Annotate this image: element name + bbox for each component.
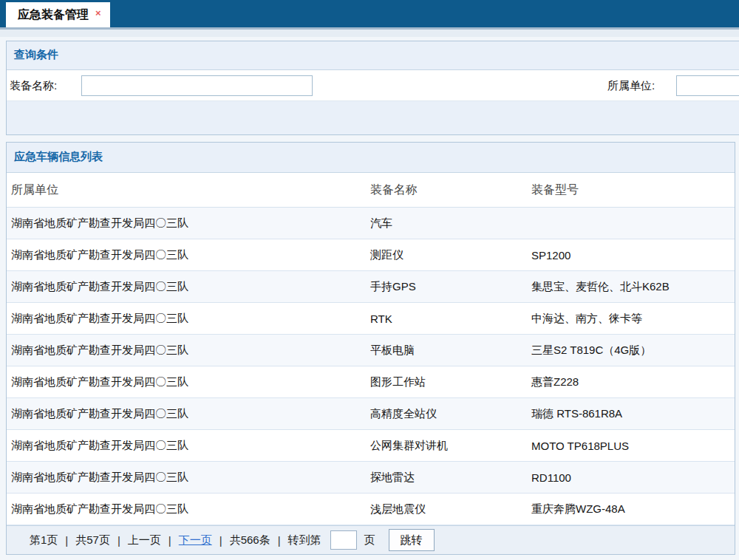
equipment-model-cell: 三星S2 T819C（4G版）	[531, 344, 735, 358]
table-row: 湖南省地质矿产勘查开发局四〇三队 高精度全站仪 瑞德 RTS-861R8A	[7, 398, 735, 430]
owner-unit-cell: 湖南省地质矿产勘查开发局四〇三队	[11, 502, 370, 516]
table-row: 湖南省地质矿产勘查开发局四〇三队 图形工作站 惠普Z228	[7, 366, 735, 398]
pagination-separator: |	[118, 534, 120, 547]
jump-button[interactable]: 跳转	[389, 529, 435, 551]
equipment-list-panel: 应急车辆信息列表 所属单位 装备名称 装备型号 湖南省地质矿产勘查开发局四〇三队…	[6, 142, 735, 555]
query-panel-title: 查询条件	[14, 48, 58, 62]
equipment-name-cell: RTK	[370, 313, 531, 325]
equipment-name-cell: 手持GPS	[370, 280, 531, 294]
equipment-model-cell: SP1200	[531, 249, 735, 262]
current-page-text: 第1页	[30, 533, 58, 547]
goto-page-suffix: 页	[364, 533, 375, 547]
equipment-name-cell: 公网集群对讲机	[370, 439, 531, 453]
table-body: 湖南省地质矿产勘查开发局四〇三队 汽车 湖南省地质矿产勘查开发局四〇三队 测距仪…	[7, 208, 735, 525]
table-row: 湖南省地质矿产勘查开发局四〇三队 公网集群对讲机 MOTO TP618PLUS	[7, 430, 735, 462]
table-row: 湖南省地质矿产勘查开发局四〇三队 平板电脑 三星S2 T819C（4G版）	[7, 335, 735, 366]
pagination-separator: |	[65, 534, 68, 547]
equipment-model-cell: 集思宝、麦哲伦、北斗K62B	[531, 280, 735, 294]
list-title-area: 应急车辆信息列表	[7, 143, 735, 173]
equipment-name-cell: 图形工作站	[370, 375, 531, 389]
column-header-equipment-name: 装备名称	[370, 182, 531, 198]
column-header-equipment-model: 装备型号	[531, 182, 735, 198]
goto-page-input[interactable]	[330, 530, 357, 550]
owner-unit-input[interactable]	[676, 75, 739, 96]
owner-unit-cell: 湖南省地质矿产勘查开发局四〇三队	[11, 344, 370, 358]
table-row: 湖南省地质矿产勘查开发局四〇三队 浅层地震仪 重庆奔腾WZG-48A	[7, 494, 735, 525]
equipment-model-cell: 重庆奔腾WZG-48A	[531, 502, 735, 516]
next-page-link[interactable]: 下一页	[179, 533, 212, 547]
topbar-lower-strip	[0, 30, 739, 37]
list-panel-title: 应急车辆信息列表	[14, 150, 103, 164]
owner-unit-cell: 湖南省地质矿产勘查开发局四〇三队	[11, 216, 370, 231]
query-conditions-panel: 查询条件 装备名称: 所属单位:	[6, 41, 739, 135]
tab-label: 应急装备管理	[18, 7, 89, 23]
equipment-name-input[interactable]	[81, 75, 313, 96]
equipment-name-cell: 汽车	[370, 216, 531, 231]
column-header-owner-unit: 所属单位	[11, 182, 370, 198]
query-form-row: 装备名称: 所属单位:	[7, 70, 739, 101]
owner-unit-cell: 湖南省地质矿产勘查开发局四〇三队	[11, 280, 370, 294]
equipment-model-cell: MOTO TP618PLUS	[531, 440, 735, 452]
table-row: 湖南省地质矿产勘查开发局四〇三队 测距仪 SP1200	[7, 239, 735, 271]
top-tab-bar	[0, 0, 739, 27]
owner-unit-label: 所属单位:	[607, 70, 655, 101]
equipment-name-cell: 测距仪	[370, 248, 531, 262]
total-records-text: 共566条	[230, 533, 270, 547]
owner-unit-cell: 湖南省地质矿产勘查开发局四〇三队	[11, 471, 370, 485]
equipment-model-cell: 惠普Z228	[531, 375, 735, 389]
equipment-model-cell: 瑞德 RTS-861R8A	[531, 407, 735, 421]
equipment-name-label: 装备名称:	[10, 70, 57, 101]
prev-page-button[interactable]: 上一页	[128, 533, 161, 547]
table-row: 湖南省地质矿产勘查开发局四〇三队 探地雷达 RD1100	[7, 462, 735, 494]
table-row: 湖南省地质矿产勘查开发局四〇三队 汽车	[7, 208, 735, 239]
owner-unit-cell: 湖南省地质矿产勘查开发局四〇三队	[11, 375, 370, 389]
equipment-model-cell: RD1100	[531, 471, 735, 484]
equipment-name-cell: 高精度全站仪	[370, 407, 531, 421]
owner-unit-cell: 湖南省地质矿产勘查开发局四〇三队	[11, 439, 370, 453]
equipment-model-cell: 中海达、南方、徕卡等	[531, 312, 735, 326]
table-header-row: 所属单位 装备名称 装备型号	[7, 173, 735, 208]
pagination-separator: |	[278, 534, 281, 547]
tab-emergency-equipment-management[interactable]: 应急装备管理 ×	[6, 2, 110, 27]
owner-unit-cell: 湖南省地质矿产勘查开发局四〇三队	[11, 312, 370, 326]
owner-unit-cell: 湖南省地质矿产勘查开发局四〇三队	[11, 407, 370, 421]
pagination-separator: |	[168, 534, 171, 547]
owner-unit-cell: 湖南省地质矿产勘查开发局四〇三队	[11, 248, 370, 262]
pagination-separator: |	[219, 534, 222, 547]
pagination-bar: 第1页 | 共57页 | 上一页 | 下一页 | 共566条 | 转到第 页 跳…	[7, 525, 735, 554]
equipment-name-cell: 浅层地震仪	[370, 502, 531, 516]
goto-page-label: 转到第	[288, 533, 321, 547]
table-row: 湖南省地质矿产勘查开发局四〇三队 RTK 中海达、南方、徕卡等	[7, 303, 735, 335]
table-row: 湖南省地质矿产勘查开发局四〇三队 手持GPS 集思宝、麦哲伦、北斗K62B	[7, 271, 735, 303]
equipment-name-cell: 平板电脑	[370, 344, 531, 358]
total-pages-text: 共57页	[75, 533, 110, 547]
tab-close-icon[interactable]: ×	[95, 8, 101, 18]
equipment-name-cell: 探地雷达	[370, 471, 531, 485]
